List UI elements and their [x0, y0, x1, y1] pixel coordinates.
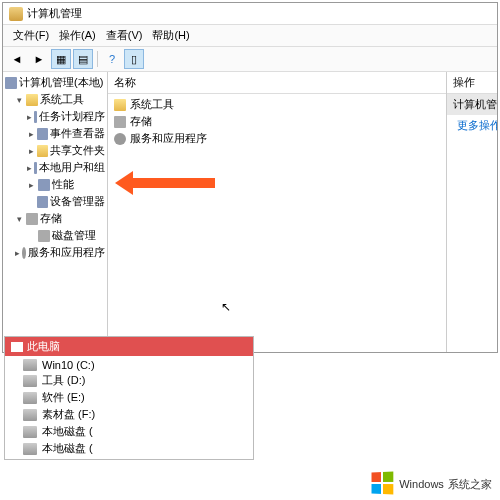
view-list-button[interactable]: ▤ — [73, 49, 93, 69]
device-icon — [37, 196, 48, 208]
titlebar: 计算机管理 — [3, 3, 497, 25]
menu-action[interactable]: 操作(A) — [55, 27, 100, 44]
storage-icon — [26, 213, 38, 225]
cursor-icon: ↖ — [221, 300, 231, 314]
folder-icon — [114, 99, 126, 111]
list-pane: 名称 系统工具 存储 服务和应用程序 — [108, 72, 447, 352]
pc-icon — [11, 342, 23, 352]
actions-context: 计算机管理(本 — [447, 94, 497, 115]
tree-root[interactable]: 计算机管理(本地) — [5, 74, 105, 91]
drive-item[interactable]: Win10 (C:) — [5, 358, 253, 372]
expand-icon[interactable]: ▸ — [15, 248, 20, 257]
drive-item[interactable]: 本地磁盘 ( — [5, 440, 253, 457]
tree-perf[interactable]: ▸性能 — [5, 176, 105, 193]
tree-systools[interactable]: ▾系统工具 — [5, 91, 105, 108]
app-icon — [9, 7, 23, 21]
windows-logo-icon — [372, 472, 394, 495]
more-actions-link[interactable]: 更多操作 — [447, 115, 497, 136]
tree-services[interactable]: ▸服务和应用程序 — [5, 244, 105, 261]
expand-icon[interactable]: ▸ — [27, 146, 35, 155]
collapse-icon[interactable]: ▾ — [15, 95, 24, 104]
drive-icon — [23, 409, 37, 421]
users-icon — [34, 162, 37, 174]
menubar: 文件(F) 操作(A) 查看(V) 帮助(H) — [3, 25, 497, 47]
toolbar: ◄ ► ▦ ▤ ? ▯ — [3, 47, 497, 72]
menu-file[interactable]: 文件(F) — [9, 27, 53, 44]
watermark: Windows 系统之家 — [371, 472, 492, 494]
expand-icon[interactable]: ▸ — [27, 129, 35, 138]
expand-icon[interactable]: ▸ — [27, 112, 32, 121]
drive-item[interactable]: 软件 (E:) — [5, 389, 253, 406]
disk-icon — [38, 230, 50, 242]
pane-button[interactable]: ▯ — [124, 49, 144, 69]
computer-icon — [5, 77, 17, 89]
help-button[interactable]: ? — [102, 49, 122, 69]
folder-icon — [26, 94, 38, 106]
drive-item[interactable]: 本地磁盘 ( — [5, 423, 253, 440]
clock-icon — [34, 111, 37, 123]
drive-item[interactable]: 工具 (D:) — [5, 372, 253, 389]
drive-item[interactable]: 素材盘 (F:) — [5, 406, 253, 423]
explorer-header[interactable]: 此电脑 — [5, 337, 253, 356]
drive-icon — [23, 392, 37, 404]
forward-button[interactable]: ► — [29, 49, 49, 69]
tree-users[interactable]: ▸本地用户和组 — [5, 159, 105, 176]
drive-icon — [23, 359, 37, 371]
perf-icon — [38, 179, 50, 191]
menu-view[interactable]: 查看(V) — [102, 27, 147, 44]
window-title: 计算机管理 — [27, 6, 82, 21]
storage-icon — [114, 116, 126, 128]
tree-diskmgr[interactable]: 磁盘管理 — [5, 227, 105, 244]
menu-help[interactable]: 帮助(H) — [148, 27, 193, 44]
tree-pane: 计算机管理(本地) ▾系统工具 ▸任务计划程序 ▸事件查看器 ▸共享文件夹 ▸本… — [3, 72, 108, 352]
column-header-name[interactable]: 名称 — [108, 72, 446, 94]
list-item[interactable]: 系统工具 — [110, 96, 444, 113]
collapse-icon[interactable]: ▾ — [15, 214, 24, 223]
expand-icon[interactable]: ▸ — [27, 180, 36, 189]
event-icon — [37, 128, 48, 140]
explorer-panel: 此电脑 Win10 (C:) 工具 (D:) 软件 (E:) 素材盘 (F:) … — [4, 336, 254, 460]
tree-storage[interactable]: ▾存储 — [5, 210, 105, 227]
list-item[interactable]: 存储 — [110, 113, 444, 130]
folder-icon — [37, 145, 48, 157]
tree-eventviewer[interactable]: ▸事件查看器 — [5, 125, 105, 142]
view-large-button[interactable]: ▦ — [51, 49, 71, 69]
gear-icon — [114, 133, 126, 145]
actions-header: 操作 — [447, 72, 497, 94]
drive-icon — [23, 375, 37, 387]
expand-icon[interactable]: ▸ — [27, 163, 32, 172]
drive-icon — [23, 443, 37, 455]
back-button[interactable]: ◄ — [7, 49, 27, 69]
gear-icon — [22, 247, 26, 259]
list-item[interactable]: 服务和应用程序 — [110, 130, 444, 147]
drive-icon — [23, 426, 37, 438]
tree-scheduler[interactable]: ▸任务计划程序 — [5, 108, 105, 125]
tree-shared[interactable]: ▸共享文件夹 — [5, 142, 105, 159]
actions-pane: 操作 计算机管理(本 更多操作 — [447, 72, 497, 352]
tree-devmgr[interactable]: 设备管理器 — [5, 193, 105, 210]
